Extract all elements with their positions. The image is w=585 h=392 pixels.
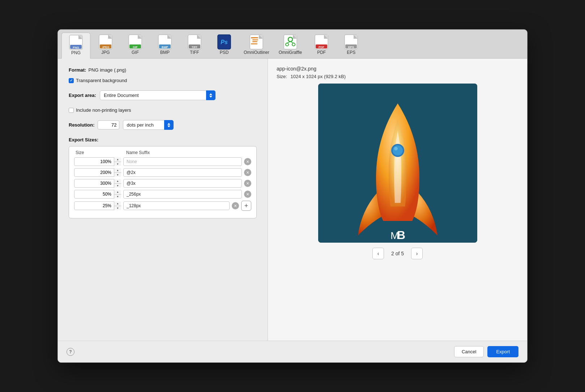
next-button[interactable]: › (411, 248, 423, 259)
name-input-2[interactable] (123, 168, 242, 177)
omnioutliner-file-icon (249, 34, 263, 50)
step-down-3[interactable]: ▼ (114, 184, 121, 188)
psd-file-icon: Ps (217, 34, 231, 50)
remove-btn-1[interactable] (244, 158, 251, 165)
svg-text:TIFF: TIFF (192, 46, 197, 49)
png-file-icon: PNG (69, 35, 83, 50)
step-up-5[interactable]: ▲ (114, 201, 121, 206)
add-size-button[interactable]: + (241, 201, 251, 211)
size-row-2: ▲ ▼ (74, 168, 251, 177)
format-row: Format: PNG image (.png) (69, 67, 257, 73)
tab-bmp[interactable]: BMP BMP (150, 33, 179, 58)
preview-nav: ‹ 2 of 5 › (372, 248, 423, 259)
format-label: Format: (69, 67, 86, 73)
tab-eps[interactable]: EPS EPS (337, 33, 366, 58)
tab-jpg[interactable]: JPEG JPG (91, 33, 120, 58)
left-panel: Format: PNG image (.png) Transparent bac… (58, 59, 268, 341)
size-input-wrap-4: ▲ ▼ (74, 190, 121, 199)
svg-rect-33 (251, 43, 257, 44)
size-input-wrap-2: ▲ ▼ (74, 168, 121, 177)
pdf-file-icon: PDF (315, 34, 328, 50)
stepper-4: ▲ ▼ (114, 190, 121, 199)
export-button[interactable]: Export (487, 346, 518, 357)
step-up-2[interactable]: ▲ (114, 168, 121, 173)
remove-btn-3[interactable] (244, 180, 251, 187)
svg-text:JPEG: JPEG (102, 46, 109, 49)
nonprinting-checkbox[interactable] (69, 108, 74, 113)
resolution-row: Resolution: dots per inch pixels per mm … (69, 120, 257, 130)
step-up-4[interactable]: ▲ (114, 190, 121, 195)
preview-size: Size: 1024 x 1024 px (929.2 kB) (277, 74, 346, 79)
transparent-bg-label: Transparent background (76, 78, 127, 83)
step-down-5[interactable]: ▼ (114, 206, 121, 210)
remove-btn-5[interactable] (232, 202, 239, 209)
preview-image: M B (318, 84, 477, 243)
step-up-3[interactable]: ▲ (114, 179, 121, 184)
tab-tiff-label: TIFF (190, 50, 199, 55)
svg-text:Ps: Ps (221, 39, 228, 45)
tab-psd[interactable]: Ps PSD (210, 33, 239, 58)
size-row-3: ▲ ▼ (74, 179, 251, 188)
omnigraffle-file-icon (283, 34, 297, 50)
tab-png[interactable]: PNG PNG (61, 33, 90, 59)
name-input-1[interactable] (123, 157, 242, 166)
resolution-input[interactable] (98, 120, 119, 129)
step-down-4[interactable]: ▼ (114, 195, 121, 199)
svg-rect-31 (252, 39, 258, 41)
step-up-1[interactable]: ▲ (114, 157, 121, 162)
size-row-4: ▲ ▼ (74, 190, 251, 199)
stepper-2: ▲ ▼ (114, 168, 121, 177)
content-area: Format: PNG image (.png) Transparent bac… (58, 59, 527, 341)
transparent-bg-row: Transparent background (69, 78, 257, 83)
size-input-wrap-5: ▲ ▼ (74, 201, 121, 210)
tab-omnioutliner-label: OmniOutliner (244, 50, 269, 55)
step-down-2[interactable]: ▼ (114, 173, 121, 177)
size-row-5: ▲ ▼ + (74, 201, 251, 211)
svg-rect-32 (252, 41, 257, 42)
tab-png-label: PNG (71, 50, 81, 55)
svg-point-54 (393, 145, 403, 155)
sizes-table: Size Name Suffix ▲ ▼ (69, 146, 257, 218)
tab-bar: PNG PNG JPEG JPG (58, 30, 527, 59)
export-area-label: Export area: (69, 93, 96, 98)
tab-omnigraffle-label: OmniGraffle (279, 50, 302, 55)
step-down-1[interactable]: ▼ (114, 162, 121, 166)
footer: ? Cancel Export (58, 341, 527, 362)
svg-point-55 (394, 147, 398, 150)
tab-omnioutliner[interactable]: OmniOutliner (239, 33, 274, 58)
svg-text:EPS: EPS (348, 46, 354, 49)
size-input-wrap-3: ▲ ▼ (74, 179, 121, 188)
nonprinting-row: Include non-printing layers (69, 107, 257, 113)
remove-btn-2[interactable] (244, 169, 251, 176)
tab-gif-label: GIF (132, 50, 139, 55)
cancel-button[interactable]: Cancel (454, 346, 484, 357)
tab-tiff[interactable]: TIFF TIFF (180, 33, 209, 58)
help-button[interactable]: ? (67, 348, 74, 356)
svg-text:GIF: GIF (133, 46, 137, 49)
tab-gif[interactable]: GIF GIF (121, 33, 150, 58)
col-name-header: Name Suffix (126, 150, 251, 155)
name-input-3[interactable] (123, 179, 242, 188)
tab-pdf[interactable]: PDF PDF (307, 33, 336, 58)
nonprinting-label: Include non-printing layers (76, 107, 131, 113)
sizes-header: Size Name Suffix (74, 150, 251, 155)
col-size-header: Size (76, 150, 126, 155)
resolution-unit-select[interactable]: dots per inch pixels per mm dots per cm (123, 120, 174, 130)
remove-btn-4[interactable] (244, 191, 251, 198)
resolution-unit-container: dots per inch pixels per mm dots per cm (123, 120, 174, 130)
tab-jpg-label: JPG (101, 50, 110, 55)
stepper-5: ▲ ▼ (114, 201, 121, 210)
resolution-label: Resolution: (69, 122, 95, 128)
bmp-file-icon: BMP (158, 34, 172, 50)
stepper-3: ▲ ▼ (114, 179, 121, 188)
export-sizes-section: Export Sizes: Size Name Suffix ▲ ▼ (69, 137, 257, 218)
tab-bmp-label: BMP (160, 50, 170, 55)
transparent-bg-checkbox[interactable] (69, 78, 74, 83)
prev-button[interactable]: ‹ (372, 248, 384, 259)
tab-omnigraffle[interactable]: OmniGraffle (274, 33, 306, 58)
export-area-select[interactable]: Entire Document Current Page Selection (100, 90, 215, 100)
size-row-1: ▲ ▼ (74, 157, 251, 166)
name-input-5[interactable] (123, 201, 230, 210)
name-input-4[interactable] (123, 190, 242, 199)
preview-size-label: Size: (277, 74, 287, 79)
